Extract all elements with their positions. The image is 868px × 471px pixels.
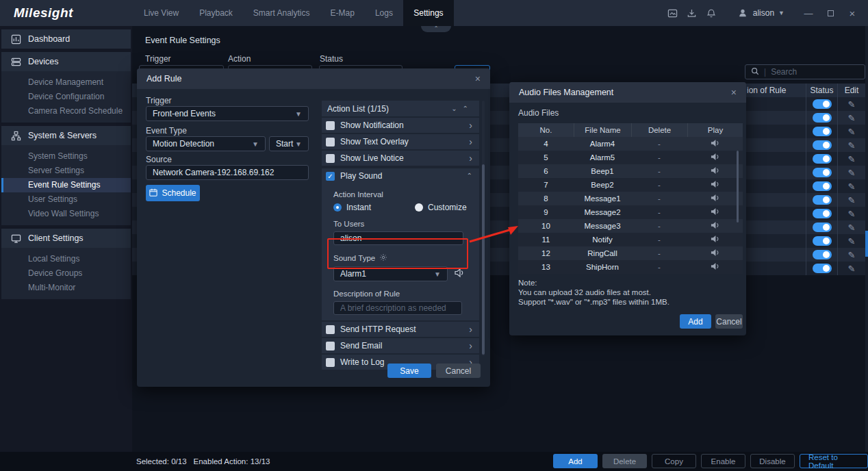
- edit-icon[interactable]: ✎: [848, 141, 856, 150]
- minimize-button[interactable]: —: [801, 8, 816, 18]
- rule-status-toggle-on[interactable]: [813, 250, 832, 259]
- edit-icon[interactable]: ✎: [848, 114, 856, 123]
- sidebar-item-user-settings[interactable]: User Settings: [1, 192, 131, 207]
- close-icon[interactable]: ×: [731, 87, 737, 98]
- sidebar-item-video-wall-settings[interactable]: Video Wall Settings: [1, 207, 131, 221]
- play-audio-icon[interactable]: [687, 180, 743, 190]
- download-icon[interactable]: [686, 7, 698, 19]
- search-input[interactable]: | Search: [745, 64, 865, 79]
- close-icon[interactable]: ×: [475, 73, 481, 84]
- radio-instant[interactable]: [333, 203, 342, 212]
- edit-icon[interactable]: ✎: [848, 168, 856, 177]
- delete-button[interactable]: Delete: [602, 454, 647, 468]
- rule-status-toggle-on[interactable]: [813, 181, 832, 191]
- action-show-text-overlay[interactable]: Show Text Overlay›: [322, 134, 479, 149]
- disable-button[interactable]: Disable: [750, 454, 795, 468]
- checkbox[interactable]: [326, 121, 335, 130]
- description-input[interactable]: [333, 301, 462, 315]
- cancel-audio-button[interactable]: Cancel: [715, 314, 743, 329]
- sidebar-item-system-settings[interactable]: System Settings: [1, 149, 131, 164]
- play-audio-icon[interactable]: [687, 153, 743, 162]
- edit-icon[interactable]: ✎: [848, 251, 856, 259]
- snapshot-icon[interactable]: [667, 7, 679, 19]
- trigger-select[interactable]: Front-end Events ▼: [146, 106, 309, 121]
- action-list-header[interactable]: Action List (1/15) ⌄⌃: [322, 101, 479, 116]
- edit-icon[interactable]: ✎: [848, 264, 856, 273]
- nav-playback[interactable]: Playback: [189, 0, 243, 26]
- add-button[interactable]: Add: [553, 454, 598, 468]
- sidebar-group-dashboard[interactable]: Dashboard: [1, 29, 131, 49]
- rule-status-toggle-on[interactable]: [813, 154, 832, 164]
- nav-logs[interactable]: Logs: [365, 0, 403, 26]
- play-audio-icon[interactable]: [687, 221, 743, 231]
- edit-icon[interactable]: ✎: [848, 237, 856, 246]
- play-audio-icon[interactable]: [687, 249, 743, 258]
- rule-status-toggle-on[interactable]: [813, 127, 832, 136]
- sidebar-item-camera-record-schedule[interactable]: Camera Record Schedule: [1, 104, 131, 118]
- play-audio-icon[interactable]: [687, 262, 743, 272]
- enable-button[interactable]: Enable: [701, 454, 745, 468]
- nav-smart-analytics[interactable]: Smart Analytics: [243, 0, 320, 26]
- rule-status-toggle-on[interactable]: [813, 99, 832, 109]
- expand-arrow-icon[interactable]: ›: [469, 325, 472, 333]
- edit-icon[interactable]: ✎: [848, 182, 856, 191]
- rule-status-toggle-on[interactable]: [813, 236, 832, 246]
- rule-status-toggle-on[interactable]: [813, 195, 832, 205]
- action-play-sound[interactable]: ✓ Play Sound ⌃: [322, 168, 479, 183]
- gear-icon[interactable]: [379, 253, 387, 263]
- play-audio-icon[interactable]: [687, 139, 743, 149]
- play-audio-icon[interactable]: [687, 207, 743, 217]
- notification-bell-icon[interactable]: [705, 7, 717, 19]
- scrollbar-thumb[interactable]: [482, 164, 485, 355]
- action-send-http-request[interactable]: Send HTTP Request›: [322, 322, 479, 337]
- cancel-button[interactable]: Cancel: [436, 364, 481, 378]
- sidebar-item-server-settings[interactable]: Server Settings: [1, 164, 131, 178]
- vertical-scrollbar[interactable]: [865, 26, 868, 452]
- save-button[interactable]: Save: [387, 364, 431, 378]
- action-list-scrollbar[interactable]: [482, 101, 485, 356]
- rule-status-toggle-on[interactable]: [813, 222, 832, 232]
- rule-status-toggle-on[interactable]: [813, 113, 832, 123]
- sidebar-item-event-rule-settings[interactable]: Event Rule Settings: [1, 178, 131, 192]
- source-input[interactable]: [146, 165, 309, 180]
- chevron-up-icon[interactable]: ⌃: [463, 105, 474, 112]
- nav-collapse-tab[interactable]: ⌃: [421, 26, 451, 32]
- expand-arrow-icon[interactable]: ›: [469, 138, 472, 146]
- add-audio-button[interactable]: Add: [680, 314, 711, 329]
- rule-status-toggle-on[interactable]: [813, 264, 832, 273]
- reset-to-default-button[interactable]: Reset to Default: [800, 454, 868, 468]
- sidebar-item-local-settings[interactable]: Local Settings: [1, 252, 131, 266]
- action-send-email[interactable]: Send Email›: [322, 338, 479, 353]
- edit-icon[interactable]: ✎: [848, 155, 856, 164]
- to-users-input[interactable]: [333, 231, 463, 245]
- audio-table-scrollbar[interactable]: [737, 151, 739, 222]
- action-show-notification[interactable]: Show Notification›: [322, 118, 479, 133]
- checkbox[interactable]: [326, 325, 335, 334]
- sidebar-item-multi-monitor[interactable]: Multi-Monitor: [1, 281, 131, 295]
- collapse-icon[interactable]: ⌃: [467, 172, 472, 180]
- play-audio-icon[interactable]: [687, 166, 743, 176]
- edit-icon[interactable]: ✎: [848, 127, 856, 136]
- schedule-button[interactable]: Schedule: [146, 185, 200, 201]
- nav-e-map[interactable]: E-Map: [320, 0, 365, 26]
- sidebar-item-device-configuration[interactable]: Device Configuration: [1, 90, 131, 104]
- action-show-live-notice[interactable]: Show Live Notice›: [322, 151, 479, 166]
- sound-type-select[interactable]: Alarm1 ▼: [333, 266, 448, 281]
- rule-status-toggle-on[interactable]: [813, 209, 832, 218]
- user-menu[interactable]: alison ▼: [737, 7, 784, 19]
- sidebar-group-client-settings[interactable]: Client Settings: [1, 229, 131, 248]
- scrollbar-thumb[interactable]: [865, 231, 868, 257]
- sidebar-group-system-servers[interactable]: System & Servers: [1, 126, 131, 145]
- edit-icon[interactable]: ✎: [848, 196, 856, 205]
- close-window-button[interactable]: ×: [845, 8, 860, 19]
- sidebar-item-device-management[interactable]: Device Management: [1, 75, 131, 90]
- radio-customize[interactable]: [415, 203, 423, 212]
- restore-button[interactable]: [823, 8, 838, 18]
- event-type-select[interactable]: Motion Detection ▼: [146, 136, 266, 151]
- expand-arrow-icon[interactable]: ›: [469, 154, 472, 162]
- edit-icon[interactable]: ✎: [848, 209, 856, 218]
- play-sound-checkbox[interactable]: ✓: [326, 172, 335, 181]
- chevron-down-icon[interactable]: ⌄: [451, 105, 462, 112]
- expand-arrow-icon[interactable]: ›: [469, 121, 472, 129]
- play-audio-icon[interactable]: [455, 268, 464, 280]
